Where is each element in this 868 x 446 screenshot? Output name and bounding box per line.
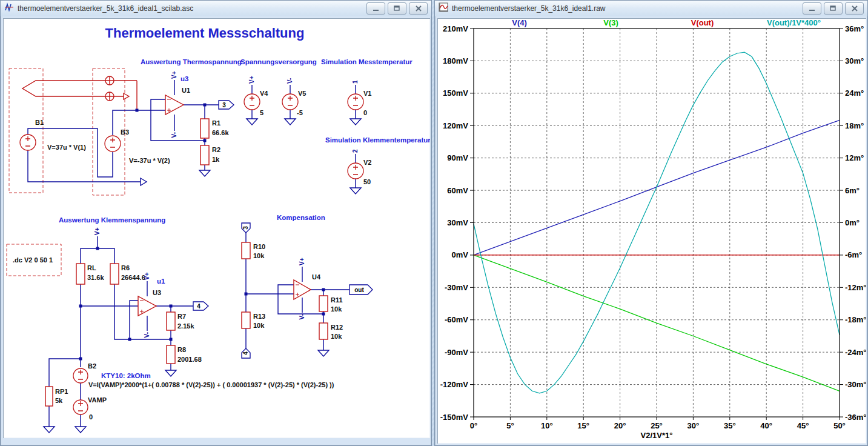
schematic-canvas[interactable]: Thermoelement Messschaltung Auswertung T… <box>3 18 430 438</box>
spice-directive[interactable]: .dc V2 0 50 1 <box>13 256 53 264</box>
waveform-icon <box>439 2 448 15</box>
y-left-tick-label: 90mV <box>447 153 468 162</box>
resistor-r12[interactable] <box>319 323 328 339</box>
vsource-vamp[interactable] <box>73 400 88 414</box>
resistor-r8[interactable] <box>167 345 175 364</box>
resistor-r7[interactable] <box>167 312 175 330</box>
x-tick-label: 30° <box>687 421 700 430</box>
r1-value: 66.6k <box>212 129 229 136</box>
net-flag-4-komp-label: 4 <box>242 351 249 355</box>
bsource-b3[interactable] <box>105 136 121 151</box>
thermocouple-box-1 <box>9 68 43 193</box>
waveform-client[interactable]: 0°5°10°15°20°25°30°35°40°45°50°210mV180m… <box>437 18 866 444</box>
y-left-tick-label: 150mV <box>443 88 468 98</box>
vsource-v4[interactable] <box>244 94 260 110</box>
v5-net-label: V- <box>287 78 293 84</box>
close-icon[interactable] <box>845 2 864 15</box>
resistor-rl[interactable] <box>76 264 85 284</box>
x-tick-label: 25° <box>651 421 663 430</box>
v2-value: 50 <box>363 178 371 185</box>
r10-value: 10k <box>253 252 265 259</box>
x-tick-label: 50° <box>833 421 846 430</box>
y-left-tick-label: 30mV <box>447 218 468 227</box>
r2-value: 1k <box>212 156 220 163</box>
schematic-client[interactable]: Thermoelement Messschaltung Auswertung T… <box>3 18 430 438</box>
r11-name: R11 <box>331 296 343 304</box>
b1-formula: V=37u * V(1) <box>47 144 86 151</box>
y-right-tick-label: 6m° <box>845 186 860 195</box>
vamp-name: VAMP <box>88 396 107 404</box>
resistor-r13[interactable] <box>242 312 250 328</box>
restore-button[interactable] <box>824 2 843 15</box>
waveform-window: thermoelementverstaerker_5k_31k6_ideal1.… <box>434 0 868 446</box>
u4-vminus-label: V- <box>299 314 305 319</box>
y-right-tick-label: -6m° <box>845 250 862 259</box>
vsource-v1[interactable] <box>348 94 363 110</box>
resistor-r2[interactable] <box>200 145 209 165</box>
b2-name: B2 <box>88 362 96 370</box>
net-flag-3-u1[interactable] <box>219 101 234 109</box>
resistor-r10[interactable] <box>242 242 250 259</box>
y-right-tick-label: 24m° <box>845 88 864 98</box>
resistor-r1[interactable] <box>200 119 209 138</box>
b1-name: B1 <box>35 119 44 126</box>
comment-u1: u1 <box>157 278 165 285</box>
resistor-rp1[interactable] <box>45 387 53 406</box>
x-tick-label: 45° <box>797 421 809 430</box>
legend-V(4)[interactable]: V(4) <box>512 18 527 27</box>
rl-value: 31.6k <box>87 274 104 281</box>
v5-value: -5 <box>297 109 303 116</box>
r10-name: R10 <box>253 243 265 250</box>
y-right-tick-label: -36m° <box>845 413 866 422</box>
resistor-r11[interactable] <box>319 296 328 311</box>
x-tick-label: 35° <box>724 421 736 430</box>
net-flag-3-komp-label: 3 <box>242 226 249 230</box>
u4-name: U4 <box>312 273 321 281</box>
y-left-tick-label: -150mV <box>440 413 469 422</box>
close-icon[interactable] <box>409 2 428 15</box>
y-right-tick-label: 12m° <box>845 153 864 162</box>
y-right-tick-label: 18m° <box>845 121 864 130</box>
y-left-tick-label: 180mV <box>443 56 468 65</box>
y-left-tick-label: 0mV <box>452 250 469 259</box>
waveform-canvas[interactable]: 0°5°10°15°20°25°30°35°40°45°50°210mV180m… <box>437 18 866 444</box>
wires[interactable] <box>28 80 356 427</box>
junction-dots <box>79 104 325 361</box>
x-tick-label: 10° <box>541 421 553 430</box>
schematic-title: Thermoelement Messschaltung <box>105 25 305 41</box>
y-right-tick-label: -24m° <box>845 348 866 357</box>
resistor-r6[interactable] <box>110 264 119 284</box>
x-tick-label: 40° <box>760 421 772 430</box>
legend-V(out)/1V*400°[interactable]: V(out)/1V*400° <box>767 18 821 27</box>
rp1-name: RP1 <box>55 388 68 395</box>
net-flag-4-u3[interactable] <box>193 302 208 310</box>
v2-name: V2 <box>363 159 371 166</box>
r6-value: 26644.6 <box>121 274 145 281</box>
bsource-b2[interactable] <box>73 368 88 383</box>
restore-button[interactable] <box>388 2 406 15</box>
legend-V(3)[interactable]: V(3) <box>603 18 618 27</box>
legend-V(out)[interactable]: V(out) <box>691 18 714 27</box>
bsource-b1[interactable] <box>20 135 36 150</box>
schematic-titlebar[interactable]: thermoelementverstaerker_5k_31k6_ideal1_… <box>1 1 431 16</box>
waveform-titlebar[interactable]: thermoelementverstaerker_5k_31k6_ideal1.… <box>435 1 867 16</box>
opamp-u3[interactable] <box>138 296 156 316</box>
v5-name: V5 <box>298 90 306 97</box>
v1-name: V1 <box>363 90 371 97</box>
ltspice-schematic-icon <box>4 2 14 15</box>
klemm-vplus-label: V+ <box>94 227 101 235</box>
comment-komp: Kompensation <box>277 214 325 221</box>
rp1-value: 5k <box>55 397 63 404</box>
vsource-v5[interactable] <box>282 94 298 110</box>
vsource-v2[interactable] <box>348 163 363 179</box>
minimize-button[interactable] <box>366 2 385 15</box>
opamp-u1[interactable] <box>165 95 184 115</box>
r12-name: R12 <box>331 324 343 331</box>
minimize-button[interactable] <box>803 2 821 15</box>
net-flag-out-label: out <box>354 287 364 293</box>
thermocouple-wires[interactable] <box>22 76 137 110</box>
x-tick-label: 0° <box>470 421 477 430</box>
comment-klemm: Auswertung Klemmenspannung <box>59 216 165 224</box>
opamp-u4[interactable] <box>294 280 311 299</box>
y-right-tick-label: -18m° <box>845 315 866 324</box>
